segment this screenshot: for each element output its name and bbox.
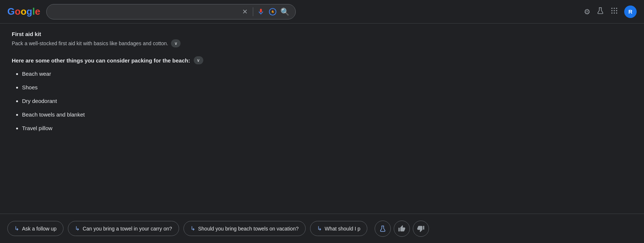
main-content: First aid kit Pack a well-stocked first … bbox=[0, 24, 330, 147]
lens-icon[interactable] bbox=[269, 8, 277, 16]
thumbs-up-button[interactable] bbox=[394, 221, 410, 237]
first-aid-title: First aid kit bbox=[12, 31, 319, 37]
arrow-icon: ↳ bbox=[14, 225, 19, 232]
header-right: ⚙ R bbox=[584, 6, 637, 18]
arrow-icon: ↳ bbox=[317, 225, 322, 232]
packing-list: Beach wear Shoes Dry deodorant Beach tow… bbox=[12, 71, 319, 131]
mic-icon[interactable] bbox=[257, 8, 265, 16]
svg-point-5 bbox=[616, 8, 617, 9]
svg-point-4 bbox=[614, 8, 615, 9]
list-item: Shoes bbox=[22, 85, 319, 90]
labs-bottom-icon[interactable] bbox=[375, 221, 391, 237]
svg-point-6 bbox=[611, 10, 612, 11]
avatar[interactable]: R bbox=[624, 6, 637, 18]
ask-follow-up-chip[interactable]: ↳ Ask a follow up bbox=[7, 221, 63, 236]
list-item: Travel pillow bbox=[22, 125, 319, 131]
list-item: Dry deodorant bbox=[22, 98, 319, 104]
what-should-chip[interactable]: ↳ What should I p bbox=[310, 221, 367, 236]
consider-expand-button[interactable]: ∨ bbox=[194, 56, 203, 64]
svg-point-7 bbox=[614, 10, 615, 11]
list-item: Beach towels and blanket bbox=[22, 112, 319, 117]
apps-icon[interactable] bbox=[610, 7, 618, 17]
bottom-bar: ↳ Ask a follow up ↳ Can you bring a towe… bbox=[0, 214, 644, 243]
bottom-right-icons bbox=[375, 221, 429, 237]
svg-point-9 bbox=[611, 12, 612, 14]
svg-point-10 bbox=[614, 12, 615, 14]
settings-icon[interactable]: ⚙ bbox=[584, 7, 590, 16]
arrow-icon: ↳ bbox=[190, 225, 195, 232]
first-aid-expand-button[interactable]: ∨ bbox=[171, 39, 181, 47]
consider-title: Here are some other things you can consi… bbox=[12, 56, 319, 64]
svg-point-1 bbox=[272, 11, 274, 13]
arrow-icon: ↳ bbox=[75, 225, 80, 232]
search-bar: how do you pack for the beach when flyin… bbox=[46, 4, 296, 19]
search-input[interactable]: how do you pack for the beach when flyin… bbox=[52, 8, 237, 15]
google-logo: Google bbox=[7, 6, 40, 17]
thumbs-down-button[interactable] bbox=[413, 221, 429, 237]
svg-point-11 bbox=[616, 12, 617, 14]
search-bar-divider bbox=[253, 7, 253, 16]
clear-search-icon[interactable]: ✕ bbox=[241, 8, 249, 16]
consider-section: Here are some other things you can consi… bbox=[12, 56, 319, 131]
labs-icon[interactable] bbox=[596, 7, 604, 17]
search-submit-icon[interactable]: 🔍 bbox=[280, 7, 290, 16]
svg-point-3 bbox=[611, 8, 612, 9]
list-item: Beach wear bbox=[22, 71, 319, 76]
carry-on-chip[interactable]: ↳ Can you bring a towel in your carry on… bbox=[68, 221, 179, 236]
header: Google how do you pack for the beach whe… bbox=[0, 0, 644, 24]
first-aid-description: Pack a well-stocked first aid kit with b… bbox=[12, 39, 319, 47]
svg-point-8 bbox=[616, 10, 617, 11]
vacation-chip[interactable]: ↳ Should you bring beach towels on vacat… bbox=[183, 221, 306, 236]
